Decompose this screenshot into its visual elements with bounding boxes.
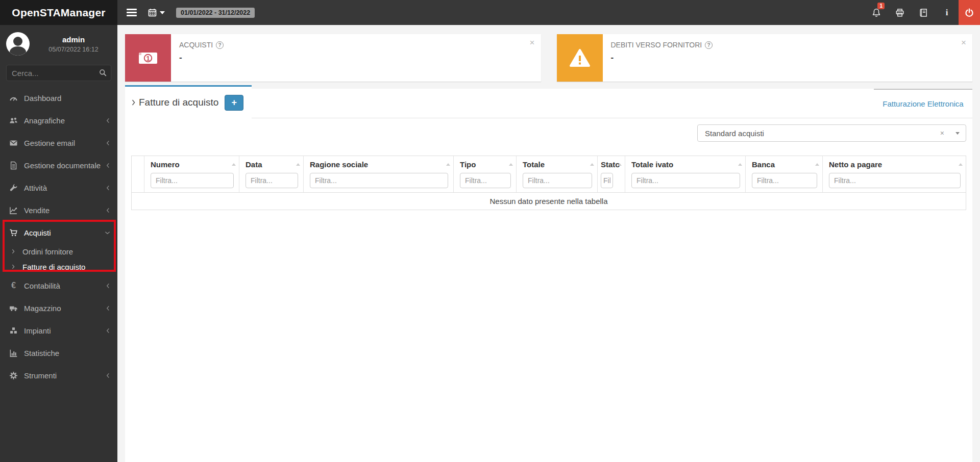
close-icon[interactable]: × xyxy=(530,38,535,47)
warning-icon xyxy=(557,34,603,82)
table-header-totale-ivato[interactable]: Totale ivato xyxy=(625,156,745,192)
filter-input-totale[interactable] xyxy=(523,173,592,188)
widget-label: DEBITI VERSO FORNITORI xyxy=(611,41,702,49)
sidebar-item-statistiche[interactable]: Statistiche xyxy=(0,342,117,364)
bell-icon xyxy=(872,8,881,17)
filter-input-ragione-sociale[interactable] xyxy=(310,173,448,188)
sidebar-item-attivita[interactable]: Attività xyxy=(0,176,117,199)
docs-button[interactable] xyxy=(912,0,935,25)
clear-selection-icon[interactable]: × xyxy=(940,129,944,137)
chevron-left-icon xyxy=(106,118,110,123)
sidebar-item-magazzino[interactable]: Magazzino xyxy=(0,297,117,319)
sidebar-item-anagrafiche[interactable]: Anagrafiche xyxy=(0,109,117,132)
sidebar-subitem-label: Fatture di acquisto xyxy=(22,263,85,271)
sort-arrow-icon[interactable] xyxy=(590,163,594,166)
table-header-stato[interactable]: Stato xyxy=(597,156,625,192)
svg-text:1: 1 xyxy=(146,55,150,62)
date-range-picker-button[interactable] xyxy=(148,8,165,17)
widget-label: ACQUISTI xyxy=(179,41,213,49)
sort-arrow-icon[interactable] xyxy=(509,163,513,166)
search-icon[interactable] xyxy=(99,69,107,76)
shopping-cart-icon xyxy=(9,228,18,237)
info-icon: i xyxy=(946,8,948,18)
add-invoice-button[interactable]: + xyxy=(225,95,243,111)
sidebar-item-acquisti[interactable]: Acquisti xyxy=(0,221,117,244)
sort-arrow-icon[interactable] xyxy=(738,163,742,166)
table-header-banca[interactable]: Banca xyxy=(745,156,822,192)
tab-fatturazione-elettronica[interactable]: Fatturazione Elettronica xyxy=(874,89,972,118)
sort-arrow-icon[interactable] xyxy=(296,163,300,166)
calendar-icon xyxy=(148,8,157,17)
chevron-right-icon xyxy=(131,99,136,106)
euro-icon: € xyxy=(9,281,18,290)
sort-arrow-icon[interactable] xyxy=(446,163,450,166)
sidebar-item-impianti[interactable]: Impianti xyxy=(0,319,117,342)
chevron-right-icon xyxy=(11,264,15,269)
panel-body: Standard acquisti × Numero Data xyxy=(125,118,972,462)
widget-debiti-verso-fornitori: DEBITI VERSO FORNITORI ? - × xyxy=(557,34,973,82)
logout-button[interactable] xyxy=(959,0,980,25)
fatturazione-elettronica-link[interactable]: Fatturazione Elettronica xyxy=(883,99,963,108)
filter-input-stato[interactable] xyxy=(601,173,613,188)
filter-input-tipo[interactable] xyxy=(460,173,511,188)
sidebar-item-label: Strumenti xyxy=(24,371,106,380)
sort-arrow-icon[interactable] xyxy=(232,163,236,166)
help-icon[interactable]: ? xyxy=(216,41,224,49)
sidebar-item-gestione-documentale[interactable]: Gestione documentale xyxy=(0,154,117,176)
filter-input-numero[interactable] xyxy=(151,173,234,188)
date-range-value[interactable]: 01/01/2022 - 31/12/2022 xyxy=(176,8,255,18)
chevron-left-icon xyxy=(106,140,110,146)
sort-arrow-icon[interactable] xyxy=(618,163,622,166)
table-header-ragione-sociale[interactable]: Ragione sociale xyxy=(303,156,453,192)
envelope-icon xyxy=(9,139,18,147)
sort-arrow-icon[interactable] xyxy=(959,163,963,166)
document-icon xyxy=(9,161,18,170)
book-icon xyxy=(919,8,928,17)
sidebar-item-label: Acquisti xyxy=(24,228,105,237)
sidebar-subitem-ordini-fornitore[interactable]: Ordini fornitore xyxy=(0,244,117,259)
avatar xyxy=(6,32,30,56)
chevron-left-icon xyxy=(106,373,110,378)
top-navbar: OpenSTAManager 01/01/2022 - 31/12/2022 1 xyxy=(0,0,980,25)
sidebar-item-label: Dashboard xyxy=(24,94,110,102)
sidebar-item-contabilita[interactable]: € Contabilità xyxy=(0,274,117,297)
print-button[interactable] xyxy=(888,0,912,25)
money-bill-icon: 1 xyxy=(125,34,171,82)
sidebar-item-label: Magazzino xyxy=(24,304,106,313)
sidebar-item-label: Contabilità xyxy=(24,281,106,290)
app-logo: OpenSTAManager xyxy=(0,0,117,25)
filter-input-data[interactable] xyxy=(246,173,298,188)
sidebar-item-dashboard[interactable]: Dashboard xyxy=(0,87,117,109)
table-header-numero[interactable]: Numero xyxy=(144,156,239,192)
table-header-data[interactable]: Data xyxy=(239,156,303,192)
view-select-value: Standard acquisti xyxy=(705,129,940,138)
tab-fatture-di-acquisto: Fatture di acquisto + xyxy=(125,85,252,118)
notifications-button[interactable]: 1 xyxy=(865,0,888,25)
filter-input-totale-ivato[interactable] xyxy=(631,173,740,188)
sort-arrow-icon[interactable] xyxy=(815,163,819,166)
user-name: admin xyxy=(36,35,111,44)
info-button[interactable]: i xyxy=(935,0,959,25)
search-input[interactable] xyxy=(6,65,111,81)
filter-input-netto-a-pagare[interactable] xyxy=(829,173,961,188)
page-title: Fatture di acquisto xyxy=(139,97,218,108)
sidebar-item-vendite[interactable]: Vendite xyxy=(0,199,117,221)
sidebar-toggle-button[interactable] xyxy=(127,9,137,16)
bar-chart-icon xyxy=(9,349,18,357)
sidebar-item-strumenti[interactable]: Strumenti xyxy=(0,364,117,387)
table-header-totale[interactable]: Totale xyxy=(516,156,597,192)
view-select[interactable]: Standard acquisti × xyxy=(697,124,966,142)
table-header-row: Numero Data Ragione sociale xyxy=(132,156,966,193)
sidebar-subitem-fatture-di-acquisto[interactable]: Fatture di acquisto xyxy=(0,259,117,274)
widget-acquisti: 1 ACQUISTI ? - × xyxy=(125,34,541,82)
close-icon[interactable]: × xyxy=(961,38,966,47)
help-icon[interactable]: ? xyxy=(705,41,713,49)
filter-input-banca[interactable] xyxy=(752,173,817,188)
sidebar-item-gestione-email[interactable]: Gestione email xyxy=(0,132,117,154)
table-header-tipo[interactable]: Tipo xyxy=(453,156,516,192)
sidebar-item-label: Attività xyxy=(24,184,106,192)
user-datetime: 05/07/2022 16:12 xyxy=(36,46,111,53)
chart-line-icon xyxy=(9,206,18,215)
select-caret-icon[interactable] xyxy=(955,132,960,135)
table-header-netto-a-pagare[interactable]: Netto a pagare xyxy=(822,156,966,192)
